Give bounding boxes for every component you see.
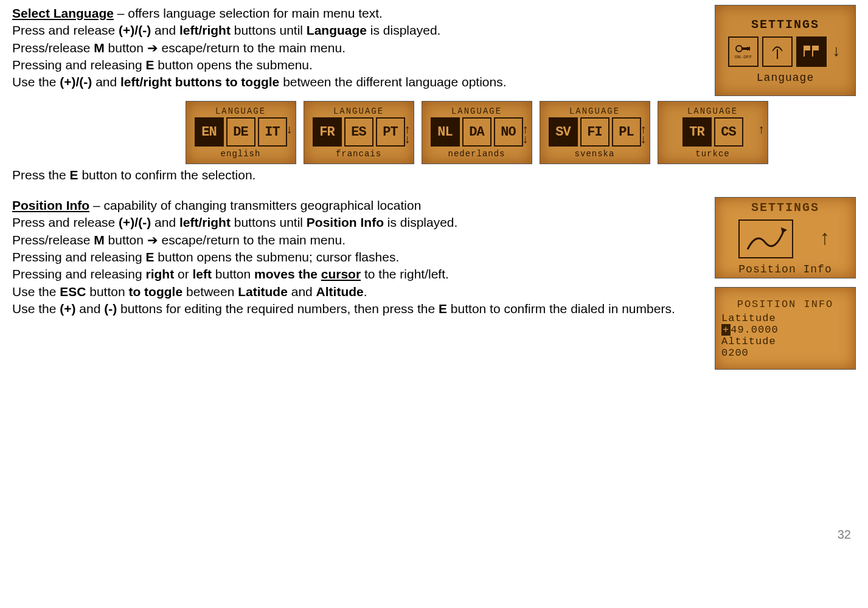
lcd-language-screen: LANGUAGEFRESPTfrancais↑↓ [304,101,414,164]
svg-rect-2 [747,47,748,50]
lang-code-box: SV [549,117,578,147]
lcd-language-screen: LANGUAGENLDANOnederlands↑↓ [422,101,532,164]
latitude-value: +49.0000 [721,324,779,336]
scroll-arrow-icon: ↓ [285,125,293,135]
lcd-language-screen: LANGUAGESVFIPLsvenska↑↓ [540,101,650,164]
key-onoff-icon: ON-OFF [728,36,759,67]
lcd-settings-position: SETTINGS ↑ Position Info [715,197,856,278]
svg-rect-7 [813,46,819,50]
down-arrow-icon: ↓ [830,44,842,60]
altitude-value: 0200 [721,347,749,359]
lcd-lang-title: LANGUAGE [451,106,502,116]
lcd-settings-title: SETTINGS [751,18,819,32]
lang-code-box: DE [226,117,255,147]
scroll-arrow-icon: ↑↓ [521,125,529,145]
lcd-language-screen: LANGUAGETRCSturkce↑ [658,101,768,164]
lcd-lang-title: LANGUAGE [569,106,620,116]
lang-code-box: FR [313,117,342,147]
antenna-icon [762,36,793,67]
position-info-text: Position Info – capability of changing t… [12,197,703,317]
flags-icon [796,36,827,67]
lang-code-box: FI [580,117,609,147]
map-route-icon [738,219,793,258]
lang-code-box: TR [682,117,712,147]
lang-code-box: CS [714,117,743,147]
scroll-arrow-icon: ↑ [757,125,765,135]
lang-code-box: DA [462,117,491,147]
lcd-lang-caption: nederlands [448,149,505,159]
lang-code-box: EN [195,117,224,147]
lcd-settings-pos-title: SETTINGS [751,201,819,215]
lcd-lang-title: LANGUAGE [333,106,384,116]
lcd-position-info: POSITION INFO Latitude +49.0000 Altitude… [715,287,856,370]
lcd-lang-caption: svenska [575,149,615,159]
select-language-text: Select Language – offers language select… [12,5,703,91]
altitude-label: Altitude [721,336,776,347]
lcd-lang-title: LANGUAGE [215,106,266,116]
lang-code-box: NO [494,117,523,147]
lcd-lang-title: LANGUAGE [687,106,738,116]
lcd-language-screen: LANGUAGEENDEITenglish↓ [186,101,296,164]
lcd-position-title: POSITION INFO [721,299,849,310]
lang-code-box: PT [376,117,405,147]
svg-rect-3 [749,47,750,50]
lcd-lang-caption: francais [336,149,381,159]
svg-rect-5 [804,46,810,50]
svg-point-0 [736,46,742,52]
lang-code-box: PL [612,117,641,147]
scroll-arrow-icon: ↑↓ [403,125,411,145]
position-info-title: Position Info [12,198,89,212]
lcd-lang-caption: turkce [695,149,729,159]
page-number: 32 [12,528,856,542]
svg-rect-1 [741,47,750,50]
lcd-lang-caption: english [221,149,261,159]
scroll-arrow-icon: ↑↓ [639,125,647,145]
lcd-settings-language: SETTINGS ON-OFF ↓ Language [715,5,856,96]
select-language-title: Select Language [12,6,114,20]
lcd-settings-pos-caption: Position Info [738,263,832,275]
latitude-label: Latitude [721,313,776,324]
lcd-settings-caption: Language [757,72,814,84]
up-arrow-icon: ↑ [818,229,832,249]
svg-marker-9 [781,227,787,233]
lang-code-box: IT [258,117,287,147]
lang-code-box: ES [344,117,373,147]
lang-code-box: NL [431,117,460,147]
language-strip: LANGUAGEENDEITenglish↓LANGUAGEFRESPTfran… [97,101,856,164]
